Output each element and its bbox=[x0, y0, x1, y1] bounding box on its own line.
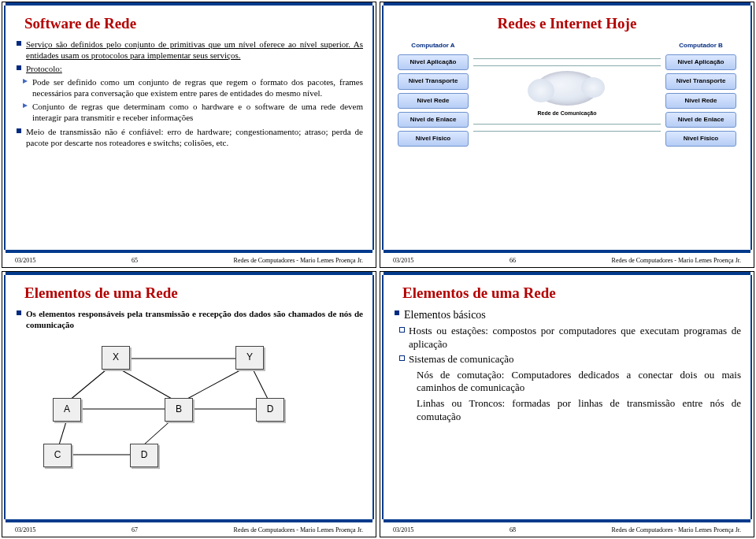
graph-node: X bbox=[102, 346, 130, 370]
slide-68: Elementos de uma Rede Elementos básicos … bbox=[380, 271, 754, 537]
layer-box: Nível Rede bbox=[398, 93, 469, 109]
label-computer-b: Computador B bbox=[679, 42, 723, 50]
bullet-lead: Os elementos responsáveis pela transmiss… bbox=[15, 308, 363, 330]
bullet-protocolo-def1: Pode ser definido como um conjunto de re… bbox=[15, 76, 363, 99]
layer-box: Nível Físico bbox=[665, 131, 736, 147]
svg-line-1 bbox=[70, 368, 108, 400]
footer-credit: Redes de Computadores - Mario Lemes Proe… bbox=[234, 526, 363, 533]
slide-body: Os elementos responsáveis pela transmiss… bbox=[15, 308, 363, 518]
stack-computer-a: Computador A Nível Aplicação Nível Trans… bbox=[398, 42, 469, 147]
bullet-servico: Serviço são definidos pelo conjunto de p… bbox=[26, 39, 363, 60]
layer-box: Nível de Enlace bbox=[665, 112, 736, 128]
graph-node: Y bbox=[235, 346, 264, 370]
graph-diagram: X Y A B D C D bbox=[15, 336, 363, 470]
layer-box: Nível Transporte bbox=[665, 73, 736, 89]
slide-title: Redes e Internet Hoje bbox=[393, 15, 741, 32]
slide-66: Redes e Internet Hoje Computador A Nível… bbox=[380, 2, 754, 268]
stack-computer-b: Computador B Nível Aplicação Nível Trans… bbox=[665, 42, 736, 147]
layer-box: Nível Rede bbox=[665, 93, 736, 109]
footer-date: 03/2015 bbox=[15, 526, 35, 533]
slide-footer: 03/2015 68 Redes de Computadores - Mario… bbox=[393, 526, 741, 533]
slide-body: Serviço são definidos pelo conjunto de p… bbox=[15, 39, 363, 248]
footer-date: 03/2015 bbox=[15, 257, 35, 264]
graph-node: B bbox=[165, 398, 193, 422]
bullet-sistemas: Sistemas de comunicação bbox=[393, 353, 741, 366]
graph-node: D bbox=[256, 398, 284, 422]
bullet-protocolo: Protocolo: bbox=[26, 64, 62, 73]
graph-node: A bbox=[53, 398, 81, 422]
svg-line-4 bbox=[252, 368, 268, 400]
footer-num: 65 bbox=[132, 257, 138, 264]
cloud-icon bbox=[536, 71, 598, 106]
bullet-elem-basicos: Elementos básicos bbox=[393, 308, 741, 322]
layer-box: Nível de Enlace bbox=[398, 112, 469, 128]
network-cloud-area: Rede de Comunicação bbox=[473, 42, 661, 147]
svg-line-8 bbox=[142, 418, 173, 447]
layer-box: Nível Físico bbox=[398, 131, 469, 147]
footer-num: 67 bbox=[132, 526, 138, 533]
slide-body: Computador A Nível Aplicação Nível Trans… bbox=[393, 39, 741, 248]
layer-box: Nível Transporte bbox=[398, 73, 469, 89]
svg-line-7 bbox=[58, 418, 67, 447]
svg-line-3 bbox=[186, 368, 244, 400]
slide-footer: 03/2015 65 Redes de Computadores - Mario… bbox=[15, 257, 363, 264]
bullet-linhas: Linhas ou Troncos: formadas por linhas d… bbox=[393, 397, 741, 423]
svg-line-2 bbox=[118, 368, 173, 400]
footer-date: 03/2015 bbox=[393, 257, 413, 264]
layer-box: Nível Aplicação bbox=[665, 54, 736, 70]
slide-67: Elementos de uma Rede Os elementos respo… bbox=[2, 271, 376, 537]
slide-body: Elementos básicos Hosts ou estações: com… bbox=[393, 308, 741, 518]
graph-node: D bbox=[130, 444, 158, 467]
slide-title: Software de Rede bbox=[24, 15, 363, 32]
cloud-label: Rede de Comunicação bbox=[537, 110, 596, 117]
slide-65: Software de Rede Serviço são definidos p… bbox=[2, 2, 376, 268]
footer-num: 66 bbox=[510, 257, 516, 264]
bullet-protocolo-def2: Conjunto de regras que determinam como o… bbox=[15, 101, 363, 123]
bullet-hosts: Hosts ou estações: compostos por computa… bbox=[393, 325, 741, 351]
footer-num: 68 bbox=[510, 526, 516, 533]
bullet-nos: Nós de comutação: Computadores dedicados… bbox=[393, 369, 741, 395]
label-computer-a: Computador A bbox=[411, 42, 454, 50]
bullet-meio: Meio de transmissão não é confiável: err… bbox=[15, 126, 363, 148]
footer-date: 03/2015 bbox=[393, 526, 413, 533]
slide-title: Elementos de uma Rede bbox=[402, 284, 741, 302]
footer-credit: Redes de Computadores - Mario Lemes Proe… bbox=[234, 257, 363, 264]
slide-footer: 03/2015 67 Redes de Computadores - Mario… bbox=[15, 526, 363, 533]
footer-credit: Redes de Computadores - Mario Lemes Proe… bbox=[612, 257, 741, 264]
graph-node: C bbox=[43, 444, 72, 467]
slide-footer: 03/2015 66 Redes de Computadores - Mario… bbox=[393, 257, 741, 264]
footer-credit: Redes de Computadores - Mario Lemes Proe… bbox=[612, 526, 741, 533]
slide-title: Elementos de uma Rede bbox=[24, 284, 363, 302]
layer-box: Nível Aplicação bbox=[398, 54, 469, 70]
